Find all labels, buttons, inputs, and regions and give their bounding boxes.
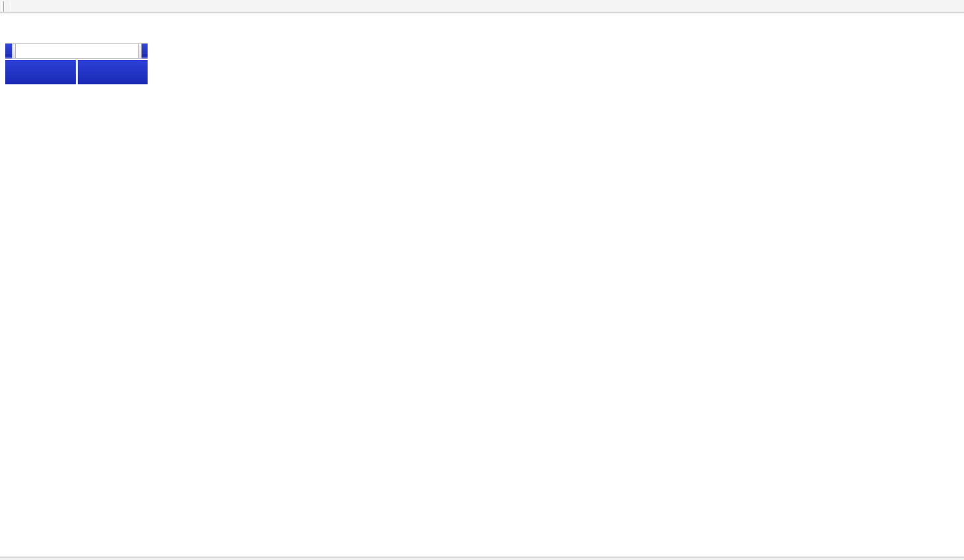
toolbar-grip[interactable] xyxy=(1,1,4,12)
buy-button[interactable] xyxy=(142,43,148,59)
mt4-window xyxy=(0,0,964,560)
buy-price-box[interactable] xyxy=(78,60,148,84)
symbol-tab-bar xyxy=(0,557,964,560)
volume-input[interactable] xyxy=(16,43,138,59)
chart-window xyxy=(0,14,964,560)
chart-canvas[interactable] xyxy=(0,14,964,560)
timeframe-toolbar xyxy=(0,0,964,13)
toolbar-separator xyxy=(10,1,11,11)
sell-button[interactable] xyxy=(5,43,12,59)
sell-price-box[interactable] xyxy=(5,60,76,84)
one-click-trading-panel xyxy=(5,43,148,84)
